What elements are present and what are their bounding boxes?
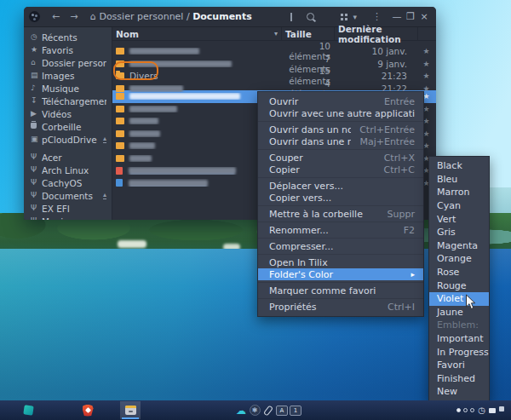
favorite-star-icon[interactable]: ★ — [417, 60, 435, 68]
column-header-name[interactable]: Nom ▾ — [112, 27, 281, 40]
tray-icon[interactable] — [489, 408, 496, 413]
sidebar-item-acer[interactable]: ΨAcer — [24, 151, 112, 164]
column-header-size[interactable]: Taille — [281, 27, 334, 40]
menu-item-renommer[interactable]: Renommer...F2 — [258, 224, 423, 236]
color-item-vert[interactable]: Vert — [429, 212, 489, 226]
menu-item-compresser[interactable]: Compresser... — [258, 240, 423, 252]
color-item-favori[interactable]: Favori — [429, 359, 489, 372]
back-button[interactable]: ← — [47, 12, 65, 21]
color-item-magenta[interactable]: Magenta — [429, 239, 489, 253]
menu-item-copier-vers[interactable]: Copier vers... — [258, 192, 423, 204]
color-item-jaune[interactable]: Jaune — [429, 306, 489, 319]
column-header-modified[interactable]: Dernière modification — [334, 27, 417, 40]
breadcrumb-current[interactable]: Documents — [192, 11, 252, 22]
search-icon[interactable] — [307, 13, 314, 20]
menu-item-ouvrir-dans-un-nouvel-onglet[interactable]: Ouvrir dans un nouvel ongletCtrl+Entrée — [258, 124, 423, 135]
menu-item-copier[interactable]: CopierCtrl+C — [258, 164, 423, 175]
color-item-rose[interactable]: Rose — [429, 266, 489, 279]
redacted-file-name — [129, 155, 152, 162]
forward-button[interactable]: → — [65, 12, 83, 21]
menu-item-ouvrir-avec-une-autre-application[interactable]: Ouvrir avec une autre application — [258, 107, 423, 119]
home-icon[interactable]: ⌂ — [89, 11, 95, 22]
menu-item-marquer-comme-favori[interactable]: Marquer comme favori — [258, 285, 423, 296]
breadcrumb-root[interactable]: Dossier personnel — [99, 11, 183, 22]
settings-tray-button[interactable]: ✱ — [248, 404, 261, 417]
menu-item-couper[interactable]: CouperCtrl+X — [258, 152, 423, 164]
file-manager-task-button[interactable] — [120, 401, 141, 419]
clipboard-tray-button[interactable] — [261, 404, 275, 417]
breadcrumb[interactable]: Dossier personnel / Documents — [99, 11, 251, 22]
menu-item-label: Renommer... — [269, 225, 395, 236]
eject-icon[interactable]: ▴ — [103, 192, 106, 199]
taskbar: ☁ ✱ A 1 ◷ — [0, 400, 511, 420]
sidebar-item-label: Acer — [42, 152, 106, 163]
color-item-new[interactable]: New — [429, 385, 489, 399]
pcloud-tray-button[interactable]: ☁ — [234, 404, 248, 417]
minimize-button[interactable]: — — [390, 12, 404, 21]
menu-item-folder-s-color[interactable]: Folder's Color▸ — [258, 268, 423, 280]
color-item-cyan[interactable]: Cyan — [429, 199, 489, 213]
color-item-black[interactable]: Black — [429, 159, 489, 173]
menu-item-proprietes[interactable]: PropriétésCtrl+I — [258, 301, 423, 313]
sidebar-item-ex-efi[interactable]: ΨEX EFI — [24, 202, 112, 215]
sidebar-item-musique[interactable]: ♪Musique — [24, 82, 112, 95]
sidebar-item-dossier-personnel[interactable]: ⌂Dossier personnel — [24, 56, 112, 69]
sidebar-item-images[interactable]: ▤Images — [24, 69, 112, 82]
redacted-file-name — [129, 142, 155, 149]
tray-icon[interactable] — [499, 406, 504, 411]
drive-icon: Ψ — [31, 153, 42, 161]
eject-icon[interactable]: ▴ — [103, 135, 106, 143]
maximize-button[interactable]: ❒ — [404, 12, 417, 21]
favorite-star-icon[interactable]: ★ — [417, 47, 435, 55]
menu-item-open-in-tilix[interactable]: Open In Tilix — [258, 256, 423, 268]
color-item-important[interactable]: Important — [429, 332, 489, 346]
sidebar-item-pclouddrive[interactable]: ▣pCloudDrive▴ — [24, 133, 112, 146]
sidebar-item-favoris[interactable]: ★Favoris — [24, 43, 112, 56]
launcher-icon — [23, 405, 33, 415]
mouse-cursor — [465, 294, 476, 310]
sidebar-item-telechargements[interactable]: ↧Téléchargements — [24, 95, 112, 107]
sidebar-item-label: Favoris — [42, 45, 106, 55]
sidebar-item-videos[interactable]: ▶Vidéos — [24, 107, 112, 120]
close-button[interactable]: × — [417, 12, 431, 21]
menu-item-label: Déplacer vers... — [269, 181, 415, 192]
favorite-star-icon[interactable]: ★ — [417, 72, 435, 80]
workspace-dot[interactable] — [456, 408, 461, 412]
color-item-marron[interactable]: Marron — [429, 186, 489, 199]
sidebar-item-corbeille[interactable]: Corbeille — [24, 120, 112, 133]
menu-group: Compresser... — [258, 238, 423, 253]
brave-browser-button[interactable] — [81, 404, 95, 417]
color-item-gris[interactable]: Gris — [429, 226, 489, 239]
menu-kebab-icon[interactable]: ⋮ — [372, 11, 382, 22]
color-item-violet[interactable]: Violet — [429, 292, 489, 306]
sort-caret-icon: ▾ — [274, 30, 278, 37]
color-item-finished[interactable]: Finished — [429, 372, 489, 386]
workspace-dots[interactable] — [456, 408, 474, 412]
clock-icon[interactable]: ◷ — [478, 406, 485, 415]
sidebar-item-recents[interactable]: ◷Récents — [24, 31, 112, 43]
menu-item-label: Couper — [269, 152, 376, 164]
sidebar-item-cachyos[interactable]: ΨCachyOS — [24, 176, 112, 189]
menu-item-mettre-a-la-corbeille[interactable]: Mettre à la corbeilleSuppr — [258, 208, 423, 220]
view-grid-icon[interactable] — [341, 14, 347, 20]
sidebar-item-arch-linux[interactable]: ΨArch Linux — [24, 164, 112, 176]
view-caret-icon[interactable]: ▾ — [353, 13, 357, 21]
file-modified: 21:23 — [334, 71, 417, 81]
workspace-dot[interactable] — [470, 408, 474, 412]
keyboard-layout-button[interactable]: A — [275, 404, 289, 417]
menu-item-deplacer-vers[interactable]: Déplacer vers... — [258, 180, 423, 192]
color-item-bleu[interactable]: Bleu — [429, 173, 489, 187]
workspace-number-button[interactable]: 1 — [289, 404, 302, 417]
color-item-rouge[interactable]: Rouge — [429, 279, 489, 292]
sidebar-item-manjaro[interactable]: ΨManjaro — [24, 215, 112, 220]
app-launcher-button[interactable] — [21, 404, 35, 417]
workspace-dot[interactable] — [463, 408, 468, 412]
menu-item-ouvrir[interactable]: OuvrirEntrée — [258, 95, 423, 107]
location-toggle-icon[interactable] — [290, 13, 292, 21]
sidebar-item-documents[interactable]: ΨDocuments▴ — [24, 189, 112, 202]
home-icon: ⌂ — [31, 59, 42, 66]
menu-item-ouvrir-dans-une-nouvelle-fenetre[interactable]: Ouvrir dans une nouvelle fenêtreMaj+Entr… — [258, 135, 423, 147]
drive-icon: Ψ — [31, 192, 42, 199]
color-item-orange[interactable]: Orange — [429, 252, 489, 266]
color-item-in-progress[interactable]: In Progress — [429, 345, 489, 359]
